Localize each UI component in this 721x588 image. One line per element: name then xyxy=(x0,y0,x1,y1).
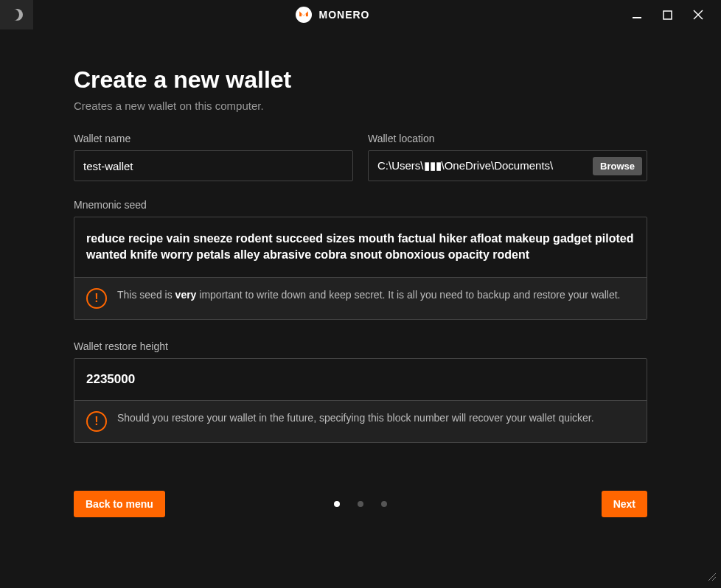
app-name: MONERO xyxy=(319,9,370,21)
svg-line-4 xyxy=(708,573,716,581)
mnemonic-seed-text: reduce recipe vain sneeze rodent succeed… xyxy=(74,217,647,277)
maximize-button[interactable] xyxy=(663,10,672,20)
restore-height-value: 2235000 xyxy=(74,359,647,400)
theme-toggle[interactable] xyxy=(0,0,33,29)
mnemonic-notice: This seed is very important to write dow… xyxy=(117,288,621,303)
warning-icon: ! xyxy=(86,288,107,309)
restore-height-label: Wallet restore height xyxy=(74,340,647,352)
restore-height-notice: Should you restore your wallet in the fu… xyxy=(117,411,594,426)
next-button[interactable]: Next xyxy=(602,491,647,517)
wallet-name-label: Wallet name xyxy=(74,133,353,144)
moon-icon xyxy=(11,9,23,21)
titlebar-title: MONERO xyxy=(33,7,632,23)
wallet-location-label: Wallet location xyxy=(368,133,647,144)
svg-rect-1 xyxy=(663,11,672,19)
close-button[interactable] xyxy=(693,10,703,20)
wallet-name-input[interactable] xyxy=(74,150,353,181)
mnemonic-label: Mnemonic seed xyxy=(74,199,647,211)
page-subtitle: Creates a new wallet on this computer. xyxy=(74,99,647,112)
minimize-button[interactable] xyxy=(632,10,642,20)
browse-button[interactable]: Browse xyxy=(593,157,642,175)
back-to-menu-button[interactable]: Back to menu xyxy=(74,491,165,517)
wallet-location-path[interactable]: C:\Users\▮▮▮\OneDrive\Documents\ xyxy=(377,159,593,172)
page-title: Create a new wallet xyxy=(74,66,647,94)
resize-handle-icon[interactable] xyxy=(708,572,717,584)
monero-logo-icon xyxy=(296,7,312,23)
svg-line-5 xyxy=(712,577,716,581)
warning-icon: ! xyxy=(86,411,107,432)
